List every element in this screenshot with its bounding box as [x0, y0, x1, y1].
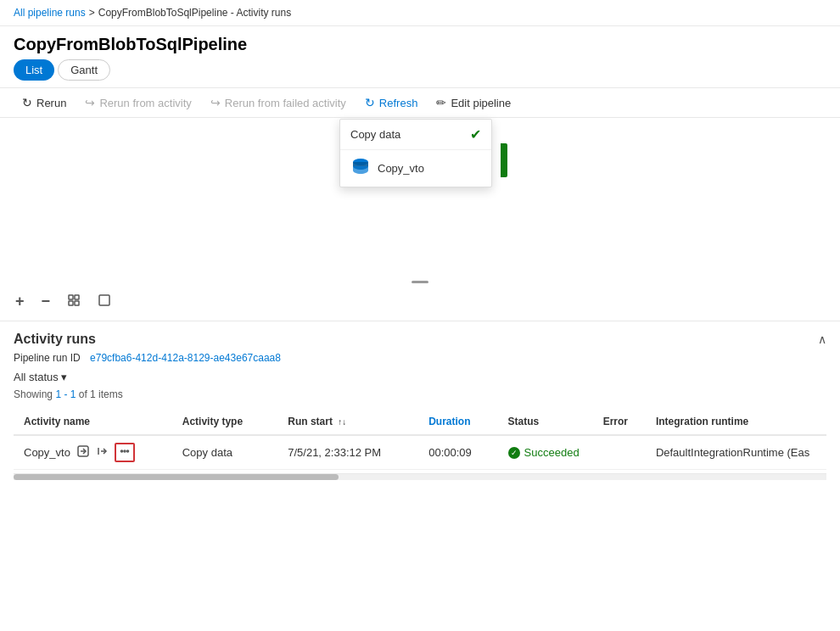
copy-data-dropdown: Copy data ✔ Copy_vto	[339, 119, 492, 187]
cell-error	[593, 435, 646, 470]
page-title: CopyFromBlobToSqlPipeline	[0, 26, 840, 59]
bottom-scrollbar[interactable]	[14, 473, 826, 480]
dropdown-title: Copy data	[350, 128, 400, 141]
status-filter-button[interactable]: All status ▾	[14, 371, 67, 383]
zoom-out-button[interactable]: −	[36, 289, 56, 314]
status-success: Succeeded	[508, 446, 583, 459]
status-filter: All status ▾	[14, 371, 826, 383]
row-actions	[74, 443, 135, 462]
col-activity-name: Activity name	[14, 409, 172, 435]
rerun-from-failed-button[interactable]: ↪ Rerun from failed activity	[202, 92, 355, 114]
zoom-in-button[interactable]: +	[10, 289, 30, 314]
breadcrumb-current: CopyFromBlobToSqlPipeline - Activity run…	[98, 7, 291, 19]
breadcrumb-pipeline-runs[interactable]: All pipeline runs	[14, 7, 86, 19]
cell-duration: 00:00:09	[418, 435, 497, 470]
input-button[interactable]	[74, 444, 92, 461]
green-bar	[501, 143, 507, 177]
rerun-from-failed-icon: ↪	[210, 96, 221, 109]
activity-runs-table: Activity name Activity type Run start ↑↓…	[14, 409, 826, 470]
cell-status: Succeeded	[498, 435, 593, 470]
rerun-label: Rerun	[36, 97, 66, 109]
check-icon: ✔	[470, 126, 481, 142]
output-button[interactable]	[94, 444, 113, 461]
details-button[interactable]	[115, 443, 135, 462]
expand-button[interactable]	[92, 290, 116, 313]
cell-activity-name: Copy_vto	[14, 435, 172, 470]
svg-point-9	[120, 450, 122, 452]
breadcrumb-separator: >	[89, 7, 95, 19]
rerun-from-failed-label: Rerun from failed activity	[225, 97, 346, 109]
chevron-down-icon: ▾	[61, 371, 67, 383]
svg-rect-3	[75, 295, 79, 299]
rerun-from-activity-button[interactable]: ↪ Rerun from activity	[76, 92, 199, 114]
db-icon	[350, 157, 371, 180]
section-title: Activity runs	[14, 332, 96, 347]
table-row: Copy_vto	[14, 435, 826, 470]
rerun-button[interactable]: ↻ Rerun	[14, 92, 75, 114]
breadcrumb: All pipeline runs > CopyFromBlobToSqlPip…	[0, 0, 840, 26]
activity-runs-section: Activity runs ∧ Pipeline run ID e79cfba6…	[0, 321, 840, 480]
dropdown-item-label: Copy_vto	[378, 162, 424, 175]
svg-rect-6	[99, 295, 109, 305]
dropdown-item-copy-vto[interactable]: Copy_vto	[340, 150, 491, 187]
refresh-icon: ↻	[365, 96, 375, 109]
col-integration-runtime: Integration runtime	[646, 409, 826, 435]
collapse-button[interactable]: ∧	[818, 332, 826, 346]
svg-rect-4	[69, 301, 73, 305]
edit-pipeline-button[interactable]: ✏ Edit pipeline	[428, 92, 519, 114]
section-header: Activity runs ∧	[14, 332, 826, 347]
status-value: Succeeded	[524, 446, 580, 459]
tab-list[interactable]: List	[14, 59, 54, 81]
pipeline-run-value: e79cfba6-412d-412a-8129-ae43e67caaa8	[90, 352, 281, 364]
refresh-label: Refresh	[379, 97, 418, 109]
tab-bar: List Gantt	[0, 59, 840, 87]
cell-integration-runtime: DefaultIntegrationRuntime (Eas	[646, 435, 826, 470]
col-activity-type: Activity type	[172, 409, 277, 435]
pipeline-run-label: Pipeline run ID	[14, 352, 81, 364]
col-duration: Duration	[418, 409, 497, 435]
col-error: Error	[593, 409, 646, 435]
scrollbar-thumb	[14, 474, 339, 480]
svg-rect-5	[75, 301, 79, 305]
canvas-toolbar: + −	[0, 282, 126, 321]
svg-point-10	[124, 450, 126, 452]
table-header-row: Activity name Activity type Run start ↑↓…	[14, 409, 826, 435]
rerun-icon: ↻	[22, 96, 32, 109]
edit-icon: ✏	[436, 96, 446, 109]
activity-name-value: Copy_vto	[24, 446, 70, 459]
edit-pipeline-label: Edit pipeline	[451, 97, 511, 109]
fit-screen-button[interactable]	[62, 290, 86, 313]
status-filter-label: All status	[14, 371, 59, 383]
toolbar: ↻ Rerun ↪ Rerun from activity ↪ Rerun fr…	[0, 87, 840, 118]
showing-count: Showing 1 - 1 of 1 items	[14, 388, 826, 400]
col-run-start[interactable]: Run start ↑↓	[277, 409, 418, 435]
tab-gantt[interactable]: Gantt	[58, 59, 110, 81]
col-status: Status	[498, 409, 593, 435]
showing-range: 1 - 1	[55, 388, 76, 400]
cell-activity-type: Copy data	[172, 435, 277, 470]
svg-rect-2	[69, 295, 73, 299]
refresh-button[interactable]: ↻ Refresh	[356, 92, 427, 114]
showing-prefix: Showing	[14, 388, 55, 400]
sort-icon: ↑↓	[338, 417, 346, 427]
dropdown-header: Copy data ✔	[340, 120, 491, 150]
status-dot	[508, 447, 520, 459]
svg-point-11	[126, 450, 128, 452]
cell-run-start: 7/5/21, 2:33:12 PM	[277, 435, 418, 470]
rerun-from-activity-label: Rerun from activity	[99, 97, 191, 109]
pipeline-run-id: Pipeline run ID e79cfba6-412d-412a-8129-…	[14, 352, 826, 364]
rerun-from-activity-icon: ↪	[85, 96, 95, 109]
canvas-scrollbar[interactable]	[412, 281, 428, 283]
showing-suffix: of 1 items	[76, 388, 122, 400]
